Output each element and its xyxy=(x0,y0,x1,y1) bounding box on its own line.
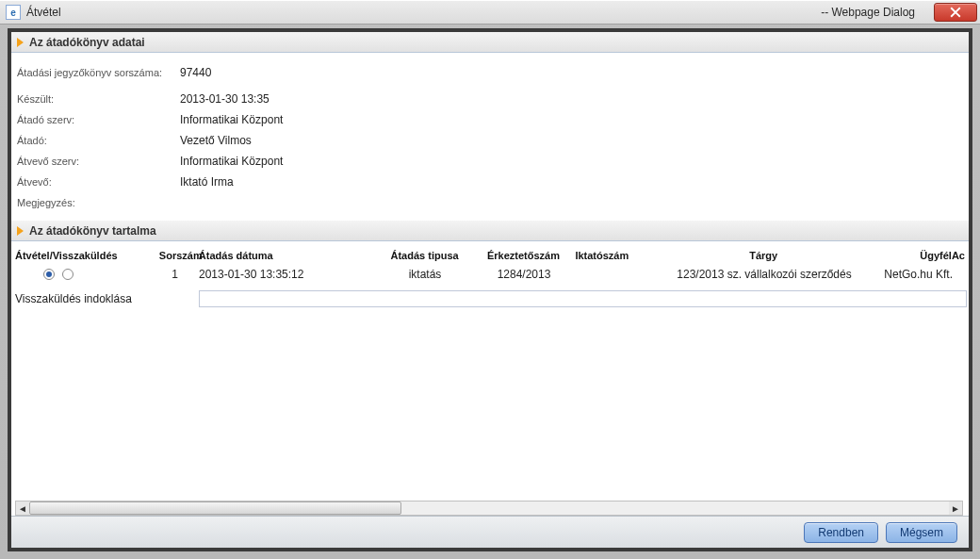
section-title: Az átadókönyv adatai xyxy=(29,36,145,49)
window-title: Átvétel xyxy=(26,6,61,19)
triangle-icon xyxy=(17,38,24,47)
cell-sorszam: 1 xyxy=(159,268,199,281)
window-dialog-suffix: -- Webpage Dialog xyxy=(821,6,915,19)
details-fields: Átadási jegyzőkönyv sorszáma: 97440 Kész… xyxy=(11,53,969,221)
cancel-button[interactable]: Mégsem xyxy=(886,522,957,543)
field-label: Megjegyzés: xyxy=(15,197,180,208)
section-title: Az átadókönyv tartalma xyxy=(29,224,156,238)
field-value-atvevo: Iktató Irma xyxy=(180,175,234,189)
field-label: Készült: xyxy=(15,93,180,105)
ok-button[interactable]: Rendben xyxy=(804,522,878,543)
visszakuldes-label: Visszaküldés indoklása xyxy=(15,292,199,305)
cell-datum: 2013-01-30 13:35:12 xyxy=(199,268,378,281)
col-ugyfel: Ügyfél xyxy=(876,250,952,261)
scroll-right-icon[interactable]: ► xyxy=(949,501,962,515)
col-atvetel: Átvétel/Visszaküldés xyxy=(13,250,159,261)
dialog-footer: Rendben Mégsem xyxy=(11,516,969,548)
titlebar: e Átvétel -- Webpage Dialog xyxy=(0,0,980,25)
horizontal-scrollbar[interactable]: ◄ ► xyxy=(15,501,963,516)
col-tipus: Átadás tipusa xyxy=(378,250,472,261)
triangle-icon xyxy=(17,226,24,236)
col-ac: Ac xyxy=(952,250,967,261)
close-button[interactable] xyxy=(934,3,977,22)
table-header: Átvétel/Visszaküldés Sorszám Átadás dátu… xyxy=(13,241,967,264)
dialog-frame: Az átadókönyv adatai Átadási jegyzőkönyv… xyxy=(8,28,972,551)
radio-atvetel[interactable] xyxy=(43,269,55,280)
section-head-details: Az átadókönyv adatai xyxy=(11,32,969,53)
col-iktato: Iktatószám xyxy=(575,250,650,261)
cell-tipus: iktatás xyxy=(378,268,472,281)
radio-visszakuldes[interactable] xyxy=(62,269,74,280)
cell-targy: 123/2013 sz. vállalkozói szerződés xyxy=(651,268,877,281)
section-head-content: Az átadókönyv tartalma xyxy=(11,221,969,241)
field-label: Átvevő: xyxy=(15,176,180,188)
cell-erkezteto: 1284/2013 xyxy=(472,268,576,281)
scroll-track[interactable] xyxy=(29,501,949,515)
close-icon xyxy=(950,7,961,18)
cell-ugyfel: NetGo.hu Kft. xyxy=(877,268,953,281)
scroll-left-icon[interactable]: ◄ xyxy=(16,501,29,515)
field-value-atado: Vezető Vilmos xyxy=(180,134,252,147)
col-datum: Átadás dátuma xyxy=(199,250,378,261)
field-label: Átadó szerv: xyxy=(15,114,180,125)
field-value-atvevo-szerv: Informatikai Központ xyxy=(180,155,283,168)
field-value-keszult: 2013-01-30 13:35 xyxy=(180,92,270,106)
col-sorszam: Sorszám xyxy=(159,250,199,261)
field-value-atado-szerv: Informatikai Központ xyxy=(180,113,283,126)
scroll-thumb[interactable] xyxy=(29,501,401,515)
app-icon: e xyxy=(6,5,21,20)
table-row: 1 2013-01-30 13:35:12 iktatás 1284/2013 … xyxy=(13,264,967,285)
field-value-sorszam: 97440 xyxy=(180,66,211,79)
visszakuldes-input[interactable] xyxy=(199,290,967,307)
field-label: Átvevő szerv: xyxy=(15,156,180,167)
col-targy: Tárgy xyxy=(650,250,876,261)
field-label: Átadási jegyzőkönyv sorszáma: xyxy=(15,66,180,79)
field-label: Átadó: xyxy=(15,135,180,146)
col-erkezteto: Érkeztetőszám xyxy=(472,250,576,261)
